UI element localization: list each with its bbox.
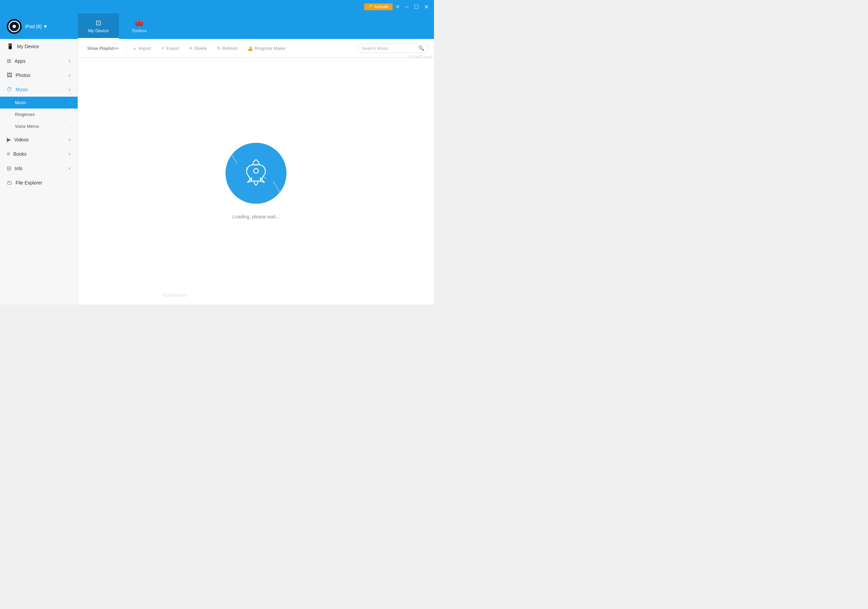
sidebar-item-photos[interactable]: 🖼 Photos ∨ xyxy=(0,68,78,82)
sidebar-item-file-explorer[interactable]: 🗀 File Explorer xyxy=(0,176,78,190)
close-icon[interactable]: ✕ xyxy=(422,2,431,11)
delete-label: Delete xyxy=(194,46,207,51)
sidebar-item-photos-label: Photos xyxy=(16,73,31,78)
sidebar-sub-item-music[interactable]: Music › xyxy=(0,97,78,108)
sidebar-item-music-label: Music xyxy=(16,87,28,92)
tab-toolbox[interactable]: 🧰 Toolbox xyxy=(119,14,160,39)
ringtone-maker-button[interactable]: 🔔 Ringtone Maker xyxy=(243,44,290,53)
sidebar-item-my-device-label: My Device xyxy=(17,44,39,49)
refresh-label: Refresh xyxy=(222,46,238,51)
sidebar-item-info[interactable]: ⊟ Info ∨ xyxy=(0,161,78,176)
toolbox-tab-label: Toolbox xyxy=(132,28,147,33)
file-explorer-icon: 🗀 xyxy=(7,180,12,186)
sidebar-item-my-device[interactable]: 📱 My Device xyxy=(0,39,78,54)
tab-my-device[interactable]: ⊡ My Device xyxy=(78,14,119,39)
music-icon: ⏱ xyxy=(7,87,12,93)
sidebar-item-videos[interactable]: ▶ Videos ∨ xyxy=(0,132,78,147)
photos-chevron: ∨ xyxy=(68,73,71,77)
device-selector[interactable]: iPad (8) ▼ xyxy=(25,24,48,29)
import-icon: ↙ xyxy=(133,46,137,51)
delete-icon: ✕ xyxy=(189,46,192,51)
device-name-label: iPad (8) xyxy=(25,24,42,29)
ringtone-icon: 🔔 xyxy=(248,46,253,51)
loading-text: Loading, please wait... xyxy=(232,214,279,219)
export-icon: ↗ xyxy=(161,46,164,51)
loading-area: Loading, please wait... xyxy=(225,143,287,219)
videos-icon: ▶ xyxy=(7,136,11,143)
export-button[interactable]: ↗ Export xyxy=(157,44,183,53)
sidebar-item-file-explorer-label: File Explorer xyxy=(16,180,42,186)
info-chevron: ∨ xyxy=(68,166,71,170)
sidebar-item-info-label: Info xyxy=(15,166,22,171)
music-chevron: ∨ xyxy=(68,87,71,92)
refresh-button[interactable]: ↻ Refresh xyxy=(213,44,242,53)
main-content: Loading, please wait... ©LO4D.com xyxy=(78,57,434,305)
books-icon: ≡ xyxy=(7,151,10,157)
sidebar-sub-item-voice-memo[interactable]: Voice Memo › xyxy=(0,120,78,132)
sidebar: 📱 My Device ⊞ Apps ∨ 🖼 Photos ∨ ⏱ Music … xyxy=(0,39,78,305)
sidebar-item-videos-label: Videos xyxy=(14,137,29,143)
show-playlist-button[interactable]: Show Playlist>> xyxy=(83,44,123,53)
import-button[interactable]: ↙ Import xyxy=(129,44,155,53)
rocket-illustration xyxy=(225,143,287,204)
search-input[interactable] xyxy=(362,46,416,51)
my-device-icon: 📱 xyxy=(7,43,14,50)
books-chevron: ∨ xyxy=(68,152,71,157)
header: iPad (8) ▼ ⊡ My Device 🧰 Toolbox xyxy=(0,14,434,39)
delete-button[interactable]: ✕ Delete xyxy=(185,44,211,53)
menu-icon[interactable]: ≡ xyxy=(394,2,401,11)
activate-button[interactable]: 🔑 Activate xyxy=(364,3,393,10)
maximize-icon[interactable]: ☐ xyxy=(412,2,421,11)
music-sub-arrow: › xyxy=(70,101,71,105)
ringtone-maker-label: Ringtone Maker xyxy=(255,46,286,51)
refresh-icon: ↻ xyxy=(217,46,221,51)
my-device-tab-label: My Device xyxy=(88,28,109,33)
show-playlist-label: Show Playlist>> xyxy=(87,46,119,51)
sidebar-item-apps[interactable]: ⊞ Apps ∨ xyxy=(0,54,78,68)
sidebar-item-books-label: Books xyxy=(13,151,26,157)
music-sub-label: Music xyxy=(15,100,26,105)
sidebar-item-books[interactable]: ≡ Books ∨ xyxy=(0,147,78,161)
svg-point-0 xyxy=(254,169,258,173)
sidebar-item-apps-label: Apps xyxy=(15,58,25,64)
toolbar: Show Playlist>> ↙ Import ↗ Export ✕ Dele… xyxy=(78,39,434,57)
svg-line-2 xyxy=(264,177,266,179)
export-label: Export xyxy=(166,46,179,51)
toolbox-tab-icon: 🧰 xyxy=(135,19,143,27)
titlebar: 🔑 Activate ≡ ─ ☐ ✕ xyxy=(0,0,434,14)
rocket-svg xyxy=(241,158,271,189)
sidebar-sub-item-ringtones[interactable]: Ringtones › xyxy=(0,108,78,120)
sidebar-item-music-parent[interactable]: ⏱ Music ∨ xyxy=(0,82,78,97)
my-device-tab-icon: ⊡ xyxy=(96,19,101,27)
voice-memo-sub-arrow: › xyxy=(70,124,71,129)
app-logo xyxy=(7,19,22,34)
toolbar-separator-1 xyxy=(126,44,126,52)
search-icon[interactable]: 🔍 xyxy=(418,45,425,51)
import-label: Import xyxy=(139,46,151,51)
search-box: 🔍 xyxy=(357,43,429,53)
minimize-icon[interactable]: ─ xyxy=(403,2,411,11)
apps-chevron: ∨ xyxy=(68,59,71,63)
logo-area: iPad (8) ▼ xyxy=(0,14,78,39)
voice-memo-sub-label: Voice Memo xyxy=(15,124,39,129)
ringtones-sub-arrow: › xyxy=(70,112,71,117)
nav-tabs: ⊡ My Device 🧰 Toolbox xyxy=(78,14,160,39)
ringtones-sub-label: Ringtones xyxy=(15,112,35,117)
watermark-bottom: ©LO4D.com xyxy=(163,293,187,298)
info-icon: ⊟ xyxy=(7,165,11,172)
apps-icon: ⊞ xyxy=(7,57,11,64)
device-dropdown-icon: ▼ xyxy=(43,24,48,29)
videos-chevron: ∨ xyxy=(68,137,71,142)
photos-icon: 🖼 xyxy=(7,72,12,78)
